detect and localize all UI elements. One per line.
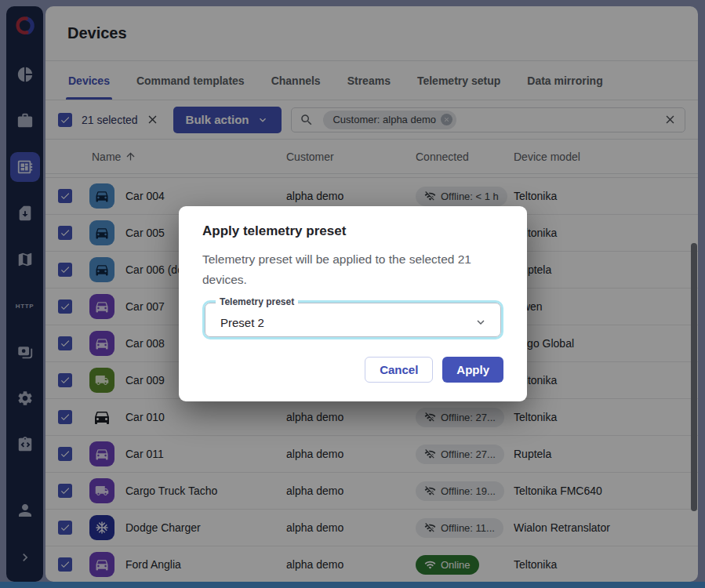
apply-telemetry-preset-dialog: Apply telemetry preset Telemetry preset … [179, 206, 527, 401]
dialog-actions: Cancel Apply [202, 357, 503, 383]
apply-button[interactable]: Apply [442, 357, 503, 383]
chevron-down-icon [474, 315, 488, 329]
dialog-message: Telemetry preset will be applied to the … [202, 249, 503, 290]
field-label: Telemetry preset [216, 296, 298, 307]
app-window: HTTP Devices DevicesCommand templatesCha… [0, 0, 705, 588]
telemetry-preset-select[interactable]: Telemetry preset Preset 2 [205, 303, 501, 337]
telemetry-preset-select-wrap: Telemetry preset Preset 2 [202, 300, 503, 339]
dialog-title: Apply telemetry preset [202, 223, 503, 239]
chevron-down-icon [474, 315, 488, 329]
cancel-button[interactable]: Cancel [365, 357, 433, 383]
field-value: Preset 2 [220, 316, 264, 329]
